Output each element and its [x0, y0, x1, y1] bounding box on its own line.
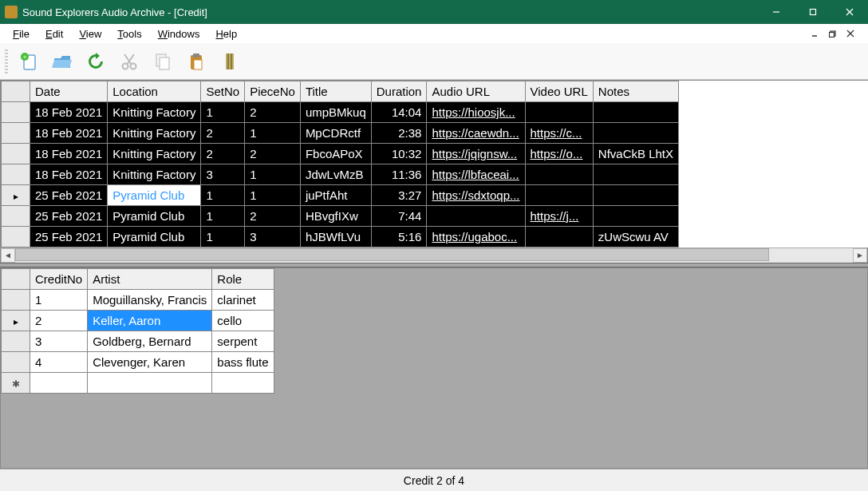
cell-empty[interactable] — [88, 373, 212, 394]
new-row[interactable] — [2, 373, 274, 394]
table-row[interactable]: 25 Feb 2021Pyramid Club13hJBWfLVu5:16htt… — [2, 227, 679, 247]
cell-date[interactable]: 18 Feb 2021 — [30, 123, 108, 144]
bottom-grid[interactable]: CreditNo Artist Role 1Moguillansky, Fran… — [1, 268, 274, 394]
cell-setno[interactable]: 3 — [201, 164, 245, 185]
cell-video_url[interactable] — [525, 164, 593, 185]
cell-creditno[interactable]: 4 — [30, 352, 88, 373]
cell-duration[interactable]: 3:27 — [371, 185, 427, 206]
row-selector[interactable] — [2, 311, 30, 331]
col-notes[interactable]: Notes — [593, 81, 678, 102]
maximize-button[interactable] — [795, 0, 831, 24]
doc-close-icon[interactable] — [844, 27, 857, 40]
cell-creditno[interactable]: 3 — [30, 331, 88, 352]
cell-location[interactable]: Pyramid Club — [108, 206, 201, 227]
row-selector[interactable] — [2, 102, 30, 123]
minimize-button[interactable] — [758, 0, 795, 24]
menu-file[interactable]: File — [5, 26, 37, 42]
cell-creditno[interactable]: 2 — [30, 311, 88, 331]
col-setno[interactable]: SetNo — [201, 81, 245, 102]
menu-windows[interactable]: Windows — [150, 26, 208, 42]
cell-video_url[interactable] — [525, 185, 593, 206]
menu-help[interactable]: Help — [207, 26, 245, 42]
cut-button[interactable] — [115, 47, 144, 76]
row-selector[interactable] — [2, 227, 30, 247]
col-location[interactable]: Location — [108, 81, 201, 102]
col-pieceno[interactable]: PieceNo — [245, 81, 301, 102]
col-duration[interactable]: Duration — [371, 81, 427, 102]
cell-setno[interactable]: 1 — [201, 206, 245, 227]
cell-audio_url[interactable]: https://sdxtoqp... — [427, 185, 525, 206]
table-row[interactable]: 18 Feb 2021Knitting Factory22FbcoAPoX10:… — [2, 144, 679, 164]
cell-location[interactable]: Knitting Factory — [108, 144, 201, 164]
cell-audio_url[interactable]: https://jqignsw... — [427, 144, 525, 164]
cell-video_url[interactable]: https://c... — [525, 123, 593, 144]
table-row[interactable]: 18 Feb 2021Knitting Factory12umpBMkuq14:… — [2, 102, 679, 123]
cell-audio_url[interactable]: https://lbfaceai... — [427, 164, 525, 185]
cell-artist[interactable]: Goldberg, Bernard — [88, 331, 212, 352]
cell-date[interactable]: 25 Feb 2021 — [30, 227, 108, 247]
table-row[interactable]: 2Keller, Aaroncello — [2, 311, 274, 331]
cell-notes[interactable] — [593, 102, 678, 123]
cell-pieceno[interactable]: 1 — [245, 164, 301, 185]
tool-button[interactable] — [215, 47, 244, 76]
cell-notes[interactable] — [593, 164, 678, 185]
cell-creditno[interactable]: 1 — [30, 290, 88, 311]
row-selector[interactable] — [2, 164, 30, 185]
cell-audio_url[interactable]: https://ugaboc... — [427, 227, 525, 247]
col-video-url[interactable]: Video URL — [525, 81, 593, 102]
col-artist[interactable]: Artist — [88, 269, 212, 290]
cell-setno[interactable]: 1 — [201, 185, 245, 206]
cell-role[interactable]: cello — [212, 311, 274, 331]
row-selector-header[interactable] — [2, 269, 30, 290]
cell-pieceno[interactable]: 2 — [245, 144, 301, 164]
cell-artist[interactable]: Clevenger, Karen — [88, 352, 212, 373]
cell-video_url[interactable]: https://j... — [525, 206, 593, 227]
cell-title[interactable]: JdwLvMzB — [300, 164, 371, 185]
cell-date[interactable]: 18 Feb 2021 — [30, 144, 108, 164]
cell-duration[interactable]: 11:36 — [371, 164, 427, 185]
table-row[interactable]: 18 Feb 2021Knitting Factory31JdwLvMzB11:… — [2, 164, 679, 185]
top-grid[interactable]: Date Location SetNo PieceNo Title Durati… — [1, 81, 679, 247]
row-selector[interactable] — [2, 331, 30, 352]
cell-empty[interactable] — [212, 373, 274, 394]
cell-title[interactable]: juPtfAht — [300, 185, 371, 206]
table-row[interactable]: 4Clevenger, Karenbass flute — [2, 352, 274, 373]
row-selector[interactable] — [2, 206, 30, 227]
copy-button[interactable] — [148, 47, 177, 76]
cell-role[interactable]: serpent — [212, 331, 274, 352]
cell-date[interactable]: 25 Feb 2021 — [30, 185, 108, 206]
cell-location[interactable]: Pyramid Club — [108, 185, 201, 206]
cell-notes[interactable] — [593, 185, 678, 206]
cell-empty[interactable] — [30, 373, 88, 394]
menu-tools[interactable]: Tools — [109, 26, 149, 42]
menu-edit[interactable]: Edit — [37, 26, 71, 42]
cell-notes[interactable] — [593, 123, 678, 144]
row-selector[interactable] — [2, 352, 30, 373]
cell-artist[interactable]: Moguillansky, Francis — [88, 290, 212, 311]
table-row[interactable]: 18 Feb 2021Knitting Factory21MpCDRctf2:3… — [2, 123, 679, 144]
col-date[interactable]: Date — [30, 81, 108, 102]
table-row[interactable]: 3Goldberg, Bernardserpent — [2, 331, 274, 352]
cell-title[interactable]: FbcoAPoX — [300, 144, 371, 164]
cell-title[interactable]: umpBMkuq — [300, 102, 371, 123]
cell-pieceno[interactable]: 3 — [245, 227, 301, 247]
cell-duration[interactable]: 14:04 — [371, 102, 427, 123]
cell-title[interactable]: MpCDRctf — [300, 123, 371, 144]
cell-role[interactable]: bass flute — [212, 352, 274, 373]
cell-setno[interactable]: 2 — [201, 123, 245, 144]
cell-duration[interactable]: 7:44 — [371, 206, 427, 227]
table-row[interactable]: 25 Feb 2021Pyramid Club11juPtfAht3:27htt… — [2, 185, 679, 206]
cell-location[interactable]: Knitting Factory — [108, 123, 201, 144]
cell-artist[interactable]: Keller, Aaron — [88, 311, 212, 331]
cell-role[interactable]: clarinet — [212, 290, 274, 311]
cell-title[interactable]: HBvgfIXw — [300, 206, 371, 227]
cell-setno[interactable]: 2 — [201, 144, 245, 164]
cell-setno[interactable]: 1 — [201, 102, 245, 123]
col-title[interactable]: Title — [300, 81, 371, 102]
cell-notes[interactable] — [593, 206, 678, 227]
row-selector[interactable] — [2, 373, 30, 394]
cell-audio_url[interactable] — [427, 206, 525, 227]
cell-pieceno[interactable]: 1 — [245, 185, 301, 206]
cell-pieceno[interactable]: 1 — [245, 123, 301, 144]
table-row[interactable]: 1Moguillansky, Francisclarinet — [2, 290, 274, 311]
